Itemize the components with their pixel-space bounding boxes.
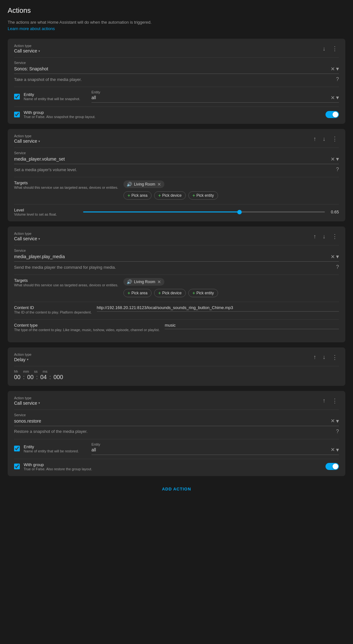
entity-field-label-5: Entity <box>91 442 339 446</box>
service-label-2: Service <box>14 151 339 155</box>
with-group-toggle-1[interactable] <box>326 111 339 118</box>
plus-icon-entity-2: + <box>192 193 195 198</box>
service-expand-5[interactable]: ▾ <box>336 417 339 425</box>
more-options-btn-1[interactable]: ⋮ <box>331 44 339 53</box>
entity-expand-5[interactable]: ▾ <box>336 446 339 453</box>
level-row-2: Level Volume level to set as float. 0.65 <box>14 208 339 216</box>
targets-label-2: Targets <box>14 180 118 185</box>
chip-close-2[interactable]: ✕ <box>157 182 161 187</box>
with-group-row-5: With group True or False. Also restore t… <box>14 462 339 471</box>
service-clear-3[interactable]: ✕ <box>331 254 335 260</box>
entity-expand-1[interactable]: ▾ <box>336 94 339 101</box>
delay-sep-2: : <box>36 374 38 381</box>
entity-row-5: Entity Name of entity that will be resto… <box>14 442 339 455</box>
action-type-label-2: Action type <box>14 134 40 138</box>
content-type-sublabel-3: The type of the content to play. Like im… <box>14 328 160 332</box>
more-options-btn-2[interactable]: ⋮ <box>331 134 339 144</box>
move-down-btn-2[interactable]: ↓ <box>321 134 327 144</box>
with-group-toggle-5[interactable] <box>326 463 339 470</box>
action-type-select-3[interactable]: Call service ▾ <box>14 236 40 241</box>
with-group-checkbox-5[interactable] <box>14 464 20 469</box>
speaker-icon-2: 🔊 <box>127 182 132 187</box>
action-type-select-4[interactable]: Delay ▾ <box>14 357 31 362</box>
pick-device-btn-2[interactable]: + Pick device <box>154 191 186 200</box>
service-expand-3[interactable]: ▾ <box>336 253 339 260</box>
speaker-icon-3: 🔊 <box>127 279 132 284</box>
content-id-value-3: http://192.168.20.121:8123/local/sounds_… <box>97 305 339 310</box>
help-icon-3[interactable]: ? <box>336 264 339 270</box>
more-options-btn-3[interactable]: ⋮ <box>331 232 339 241</box>
entity-checkbox-1[interactable] <box>14 94 20 99</box>
service-expand-2[interactable]: ▾ <box>336 155 339 163</box>
targets-sublabel-3: What should this service use as targeted… <box>14 283 118 288</box>
level-value-2: 0.65 <box>329 210 339 214</box>
entity-clear-1[interactable]: ✕ <box>331 95 335 101</box>
move-down-btn-1[interactable]: ↓ <box>321 44 327 53</box>
service-clear-2[interactable]: ✕ <box>331 156 335 162</box>
page-description: The actions are what Home Assistant will… <box>8 20 345 25</box>
service-label-1: Service <box>14 61 339 65</box>
help-icon-2[interactable]: ? <box>336 167 339 172</box>
delay-ss-value[interactable]: 04 <box>40 374 47 381</box>
targets-row-3: Targets What should this service use as … <box>14 278 339 297</box>
service-field-3: media_player.play_media ✕ ▾ <box>14 253 339 262</box>
plus-icon-entity-3: + <box>192 290 195 296</box>
service-clear-5[interactable]: ✕ <box>331 418 335 424</box>
entity-checkbox-5[interactable] <box>14 446 20 451</box>
more-options-btn-4[interactable]: ⋮ <box>331 353 339 362</box>
chip-close-3[interactable]: ✕ <box>157 279 161 284</box>
action-card-2: Action type Call service ▾ ↑ ↓ ⋮ Service… <box>8 129 345 221</box>
with-group-checkbox-1[interactable] <box>14 112 20 117</box>
targets-row-2: Targets What should this service use as … <box>14 180 339 200</box>
pick-entity-btn-3[interactable]: + Pick entity <box>188 289 218 297</box>
add-action-button[interactable]: ADD ACTION <box>162 487 191 491</box>
move-down-btn-3[interactable]: ↓ <box>321 232 327 241</box>
action-type-select-5[interactable]: Call service ▾ <box>14 401 40 406</box>
service-field-1: Sonos: Snapshot ✕ ▾ <box>14 65 339 74</box>
move-up-btn-2[interactable]: ↑ <box>312 134 318 144</box>
delay-hh-value[interactable]: 00 <box>14 374 20 381</box>
pick-area-btn-2[interactable]: + Pick area <box>123 191 152 200</box>
move-down-btn-4[interactable]: ↓ <box>321 353 327 362</box>
with-group-sublabel-1: True or False. Also snapshot the group l… <box>24 115 322 119</box>
action-type-select-1[interactable]: Call service ▾ <box>14 48 40 53</box>
action-type-label-5: Action type <box>14 396 40 400</box>
service-clear-1[interactable]: ✕ <box>331 66 335 72</box>
action-type-caret-4: ▾ <box>27 358 28 361</box>
entity-label-1: Entity <box>24 92 88 97</box>
move-up-btn-3[interactable]: ↑ <box>312 232 318 241</box>
description-3: Send the media player the command for pl… <box>14 264 339 270</box>
service-expand-1[interactable]: ▾ <box>336 65 339 72</box>
content-type-value-3: music <box>165 323 339 328</box>
service-label-5: Service <box>14 413 339 417</box>
content-type-row-3: Content type The type of the content to … <box>14 323 339 332</box>
delay-row-4: hh mm ss ms 00 : 00 : 04 : 000 <box>14 370 339 381</box>
delay-hh-label: hh <box>14 370 18 373</box>
pick-area-btn-3[interactable]: + Pick area <box>123 289 152 297</box>
help-icon-5[interactable]: ? <box>336 429 339 434</box>
plus-icon-device-3: + <box>158 290 161 296</box>
content-type-label-3: Content type <box>14 323 160 328</box>
pick-device-btn-3[interactable]: + Pick device <box>154 289 186 297</box>
learn-more-link[interactable]: Learn more about actions <box>8 26 55 31</box>
service-field-2: media_player.volume_set ✕ ▾ <box>14 155 339 164</box>
pick-entity-btn-2[interactable]: + Pick entity <box>188 191 218 200</box>
entity-sublabel-5: Name of entity that will be restored. <box>24 449 88 453</box>
move-up-btn-4[interactable]: ↑ <box>312 353 318 362</box>
content-id-label-3: Content ID <box>14 305 92 310</box>
delay-ms-value[interactable]: 000 <box>53 374 63 381</box>
entity-clear-5[interactable]: ✕ <box>331 447 335 453</box>
action-type-label-1: Action type <box>14 44 40 48</box>
level-slider-2[interactable] <box>83 211 325 212</box>
action-type-select-2[interactable]: Call service ▾ <box>14 139 40 144</box>
help-icon-1[interactable]: ? <box>336 76 339 82</box>
chip-label-2: Living Room <box>134 182 155 187</box>
target-chip-living-room-2: 🔊 Living Room ✕ <box>123 180 164 188</box>
delay-mm-value[interactable]: 00 <box>27 374 34 381</box>
more-options-btn-5[interactable]: ⋮ <box>331 396 339 406</box>
action-card-3: Action type Call service ▾ ↑ ↓ ⋮ Service… <box>8 227 345 342</box>
move-up-btn-5[interactable]: ↑ <box>321 396 327 405</box>
plus-icon-area-2: + <box>128 193 130 198</box>
delay-mm-label: mm <box>23 370 29 373</box>
content-id-sublabel-3: The ID of the content to play. Platform … <box>14 310 92 315</box>
